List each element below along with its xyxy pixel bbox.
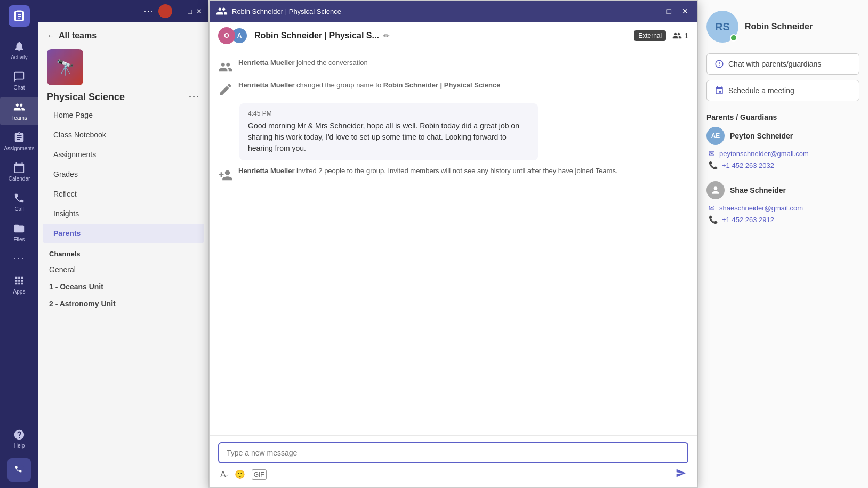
guardian-shae-phone-row: 📞 +1 452 263 2912 [706, 215, 859, 224]
sidebar-item-activity-label: Activity [11, 54, 28, 60]
sidebar-bottom: Help [0, 424, 38, 488]
guardian-peyton-phone-row: 📞 +1 452 263 2032 [706, 161, 859, 169]
gif-icon[interactable]: GIF [252, 469, 267, 480]
invite-msg: Henrietta Mueller invited 2 people to th… [218, 167, 688, 183]
sidebar-item-calendar-label: Calendar [9, 176, 30, 182]
invite-actor: Henrietta Mueller [238, 167, 294, 175]
guardian-shae-name: Shae Schneider [730, 186, 786, 194]
chat-bubble: 4:45 PM Good morning Mr & Mrs Schneider,… [239, 103, 538, 160]
nav-item-classnotebook[interactable]: Class Notebook [43, 125, 204, 144]
sidebar-item-teams[interactable]: Teams [0, 97, 38, 125]
people-button[interactable]: 1 [672, 31, 688, 40]
chat-header: O A Robin Schneider | Physical S... ✏ Ex… [210, 22, 697, 50]
channels-section-title: Channels [38, 243, 208, 261]
sidebar-item-chat[interactable]: Chat [0, 67, 38, 95]
guardian-shae-row: Shae Schneider [706, 181, 859, 199]
avatar-o: O [218, 27, 235, 44]
sidebar-item-files[interactable]: Files [0, 218, 38, 247]
minimize-chat-btn[interactable]: — [647, 5, 658, 18]
msg-changed-text: changed the group name to [294, 81, 383, 89]
more-dots: ··· [13, 253, 25, 264]
guardian-shae-phone[interactable]: +1 452 263 2912 [722, 216, 774, 224]
chat-parents-button[interactable]: Chat with parents/guardians [706, 53, 859, 75]
invite-text: invited 2 people to the group. Invited m… [294, 167, 617, 175]
schedule-meeting-button[interactable]: Schedule a meeting [706, 80, 859, 101]
channel-general[interactable]: General [38, 261, 208, 278]
nav-items: Home Page Class Notebook Assignments Gra… [38, 105, 208, 243]
message-input[interactable] [218, 442, 688, 463]
msg-group-name: Robin Schneider | Physical Science [383, 81, 501, 89]
chat-titlebar: Robin Schneider | Physical Science — □ ✕ [210, 1, 697, 22]
sidebar-item-apps[interactable]: Apps [0, 271, 38, 299]
schedule-meeting-label: Schedule a meeting [728, 86, 794, 95]
right-panel: RS Robin Schneider Chat with parents/gua… [697, 0, 868, 488]
restore-btn[interactable]: □ [188, 7, 192, 15]
close-chat-btn[interactable]: ✕ [680, 5, 690, 18]
user-avatar[interactable] [158, 4, 172, 18]
sidebar-item-more[interactable]: ··· [0, 249, 38, 269]
online-status-dot [730, 34, 737, 42]
chat-window: Robin Schneider | Physical Science — □ ✕… [209, 0, 697, 488]
sidebar-item-chat-label: Chat [13, 85, 25, 91]
chat-body[interactable]: Henrietta Mueller joined the conversatio… [210, 50, 697, 435]
edit-chat-title-icon[interactable]: ✏ [383, 31, 390, 40]
sidebar-item-calendar[interactable]: Calendar [0, 158, 38, 186]
team-logo-emoji: 🔭 [56, 59, 75, 76]
msg-joined-text: joined the conversation [294, 59, 367, 67]
guardian-peyton: AE Peyton Schneider ✉ peytonschneider@gm… [706, 127, 859, 173]
channel-oceans[interactable]: 1 - Oceans Unit [38, 278, 208, 295]
guardian-peyton-phone[interactable]: +1 452 263 2032 [722, 161, 774, 169]
people-count: 1 [684, 31, 688, 40]
sidebar: Activity Chat Teams Assignments Calendar… [0, 0, 38, 488]
send-button[interactable] [676, 468, 686, 481]
nav-item-homepage[interactable]: Home Page [43, 105, 204, 125]
guardian-shae: Shae Schneider ✉ shaeschneider@gmail.com… [706, 181, 859, 227]
sidebar-item-activity[interactable]: Activity [0, 36, 38, 64]
chat-header-title: Robin Schneider | Physical S... [254, 31, 379, 40]
contact-header: RS Robin Schneider [706, 11, 859, 43]
emoji-icon[interactable]: 🙂 [235, 469, 245, 479]
topbar-more[interactable]: ··· [144, 6, 154, 16]
titlebar-controls: — □ ✕ [647, 5, 690, 18]
contact-initials: RS [715, 21, 730, 33]
contact-name: Robin Schneider [745, 22, 813, 31]
sidebar-item-teams-label: Teams [11, 115, 27, 121]
guardian-peyton-avatar: AE [706, 127, 725, 145]
guardian-shae-email[interactable]: shaeschneider@gmail.com [719, 204, 803, 212]
system-msg-renamed: Henrietta Mueller changed the group name… [218, 81, 688, 97]
guardian-peyton-email[interactable]: peytonschneider@gmail.com [719, 150, 809, 158]
close-app-btn[interactable]: ✕ [196, 7, 202, 15]
teams-panel: ··· — □ ✕ ← All teams 🔭 Physical Science… [38, 0, 209, 488]
msg-actor-2: Henrietta Mueller [238, 81, 294, 89]
all-teams-label: All teams [59, 31, 97, 40]
nav-item-reflect[interactable]: Reflect [43, 184, 204, 204]
sidebar-item-help[interactable]: Help [0, 425, 38, 453]
sidebar-item-assignments[interactable]: Assignments [0, 127, 38, 156]
minimize-btn[interactable]: — [176, 7, 183, 15]
maximize-chat-btn[interactable]: □ [665, 5, 673, 18]
teams-header: ← All teams [38, 22, 208, 45]
avatar-group: O A [218, 27, 248, 44]
email-icon-2: ✉ [709, 204, 715, 212]
nav-item-parents[interactable]: Parents [43, 224, 204, 243]
channel-astronomy[interactable]: 2 - Astronomy Unit [38, 295, 208, 312]
bubble-text: Good morning Mr & Mrs Schneider, hope al… [248, 120, 529, 154]
team-name-row: Physical Science ··· [38, 90, 208, 105]
titlebar-left: Robin Schneider | Physical Science [216, 5, 341, 17]
team-more-button[interactable]: ··· [189, 92, 200, 103]
team-name-label: Physical Science [47, 92, 125, 103]
back-button[interactable]: ← [47, 31, 54, 40]
team-logo: 🔭 [47, 49, 83, 85]
guardian-shae-email-row: ✉ shaeschneider@gmail.com [706, 204, 859, 212]
nav-item-assignments[interactable]: Assignments [43, 145, 204, 164]
system-msg-joined: Henrietta Mueller joined the conversatio… [218, 59, 688, 75]
nav-item-insights[interactable]: Insights [43, 204, 204, 223]
guardian-peyton-email-row: ✉ peytonschneider@gmail.com [706, 149, 859, 158]
sidebar-phone-button[interactable] [7, 458, 31, 482]
sidebar-item-call[interactable]: Call [0, 188, 38, 216]
msg-actor-1: Henrietta Mueller [238, 59, 294, 67]
guardian-peyton-row: AE Peyton Schneider [706, 127, 859, 145]
nav-item-grades[interactable]: Grades [43, 165, 204, 184]
sidebar-item-help-label: Help [14, 443, 25, 449]
format-text-icon[interactable]: Aᵣ [220, 469, 228, 479]
